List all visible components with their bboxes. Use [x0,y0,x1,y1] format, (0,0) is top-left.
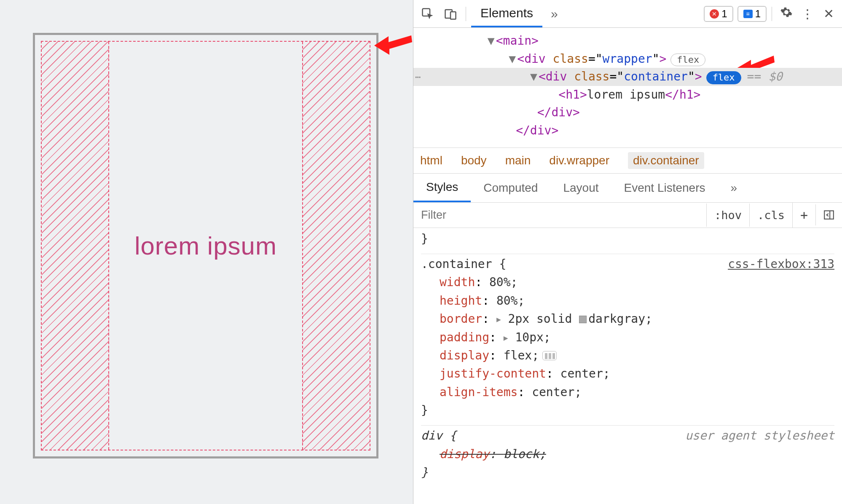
device-toolbar-icon[interactable] [440,4,461,24]
crumb-main[interactable]: main [505,154,531,167]
new-style-rule-button[interactable]: + [792,203,815,228]
dom-tree[interactable]: ▼<main> ▼<div class="wrapper">flex ▼<div… [413,28,842,147]
dom-breadcrumbs: html body main div.wrapper div.container [413,147,842,174]
flex-free-space-left [42,42,109,450]
rule-source-link[interactable]: css-flexbox:313 [728,255,834,273]
rule-container[interactable]: .container { css-flexbox:313 width: 80%;… [421,254,834,420]
error-count: 1 [721,8,727,20]
prop-padding[interactable]: padding: ▶ 10px; [421,328,834,346]
annotation-arrow-overlay [374,25,412,57]
crumb-body[interactable]: body [461,154,487,167]
heading-lorem: lorem ipsum [134,231,277,260]
rule-source-ua: user agent stylesheet [685,426,834,445]
dom-node-h1[interactable]: <h1>lorem ipsum</h1> [413,86,842,104]
dom-node-wrapper[interactable]: ▼<div class="wrapper">flex [413,50,842,68]
flex-badge[interactable]: flex [670,54,705,67]
rule-selector-ua: div { [421,426,456,445]
dom-node-close-wrapper[interactable]: </div> [413,122,842,140]
flex-free-space-right [302,42,370,450]
subtab-layout[interactable]: Layout [550,174,611,201]
rule-user-agent-div[interactable]: div { user agent stylesheet display: blo… [421,425,834,481]
prop-display-block-overridden: display: block; [421,445,834,463]
rendered-page-preview: lorem ipsum [0,0,413,504]
prop-width[interactable]: width: 80%; [421,273,834,291]
crumb-container[interactable]: div.container [628,152,704,169]
rule-close-brace-stray: } [421,230,834,248]
flex-editor-icon[interactable] [542,351,557,360]
message-icon: ≡ [743,10,753,18]
more-subtabs-icon[interactable]: » [718,174,750,201]
more-tabs-icon[interactable]: » [545,7,564,21]
crumb-html[interactable]: html [420,154,442,167]
styles-pane[interactable]: } .container { css-flexbox:313 width: 80… [413,228,842,504]
dom-node-close-container[interactable]: </div> [413,104,842,122]
styles-subtabs: Styles Computed Layout Event Listeners » [413,174,842,203]
dom-node-container[interactable]: ▼<div class="container">flex== $0 [413,68,842,86]
rule-selector[interactable]: .container { [421,255,506,273]
settings-icon[interactable] [777,6,796,21]
dom-node-main[interactable]: ▼<main> [413,32,842,50]
prop-border[interactable]: border: ▶ 2px solid darkgray; [421,310,834,328]
tab-elements[interactable]: Elements [471,0,542,27]
devtools-panel: Elements » ✕ 1 ≡ 1 ⋮ ✕ ▼<main> ▼<div cla… [413,0,842,504]
message-count: 1 [755,8,761,20]
cls-toggle[interactable]: .cls [749,204,792,227]
kebab-menu-icon[interactable]: ⋮ [798,6,817,21]
subtab-computed[interactable]: Computed [471,174,550,201]
svg-rect-5 [824,211,834,219]
prop-height[interactable]: height: 80%; [421,292,834,310]
subtab-event-listeners[interactable]: Event Listeners [611,174,718,201]
svg-marker-0 [374,35,412,55]
styles-filter-bar: :hov .cls + [413,203,842,228]
color-swatch-icon[interactable] [579,316,587,323]
container-element[interactable]: lorem ipsum [33,33,378,458]
hover-toggle[interactable]: :hov [706,204,749,227]
message-badge[interactable]: ≡ 1 [737,6,767,22]
styles-filter-input[interactable] [413,203,706,228]
devtools-toolbar: Elements » ✕ 1 ≡ 1 ⋮ ✕ [413,0,842,28]
prop-display[interactable]: display: flex; [421,346,834,365]
flex-overlay: lorem ipsum [41,41,370,450]
inspect-element-icon[interactable] [418,4,438,24]
close-devtools-icon[interactable]: ✕ [819,6,838,21]
flex-badge-active[interactable]: flex [706,71,741,84]
subtab-styles[interactable]: Styles [413,174,471,202]
error-badge[interactable]: ✕ 1 [704,6,733,22]
prop-justify-content[interactable]: justify-content: center; [421,365,834,383]
prop-align-items[interactable]: align-items: center; [421,383,834,401]
computed-sidebar-toggle-icon[interactable] [815,204,842,225]
crumb-wrapper[interactable]: div.wrapper [549,154,609,167]
svg-rect-4 [450,12,456,19]
error-icon: ✕ [710,9,719,19]
